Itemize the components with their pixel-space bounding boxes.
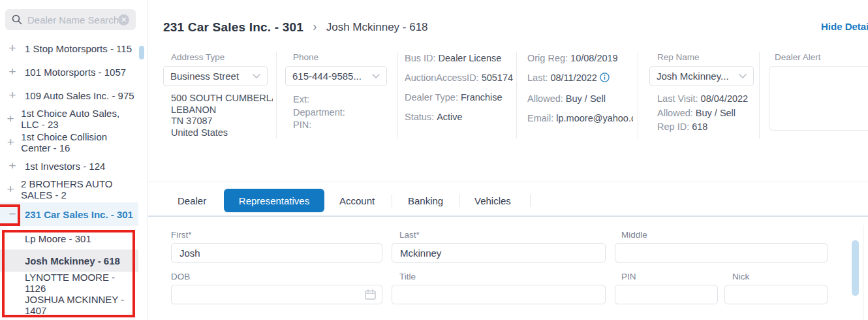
tab-divider xyxy=(530,194,531,207)
first-name-field[interactable] xyxy=(171,243,382,263)
allowed-label: Allowed: xyxy=(527,93,563,104)
dealer-alert-textarea[interactable] xyxy=(769,66,868,131)
tab-vehicles[interactable]: Vehicles xyxy=(474,189,511,212)
form-scrollbar-thumb[interactable] xyxy=(852,240,859,296)
calendar-icon[interactable] xyxy=(365,289,376,300)
rep-allowed-value: Buy / Sell xyxy=(696,108,736,118)
bus-id-value: Dealer License xyxy=(439,53,502,63)
pin-field[interactable] xyxy=(615,285,718,304)
auction-access-value: 505174 xyxy=(482,72,513,83)
breadcrumb-chevron-icon: › xyxy=(313,19,317,34)
registration-column: Orig Reg:10/08/2019 Last:08/11/2022 Allo… xyxy=(527,53,633,133)
dealer-item-label: 101 Motorsports - 1057 xyxy=(25,67,126,78)
sidebar-item-dealer[interactable]: +1 Stop Motorsports - 115 xyxy=(0,37,138,60)
pin-label: PIN xyxy=(621,272,636,281)
dealer-management-app: ✕ +1 Stop Motorsports - 115 +101 Motorsp… xyxy=(0,0,868,320)
allowed-value: Buy / Sell xyxy=(566,93,606,104)
column-divider xyxy=(276,52,277,138)
phone-select[interactable]: 615-444-9585... xyxy=(285,66,387,86)
expand-plus-icon[interactable]: + xyxy=(0,112,21,126)
last-reg-label: Last: xyxy=(527,72,548,83)
chevron-down-icon xyxy=(372,74,380,79)
rep-item-label: Lp Moore - 301 xyxy=(25,233,91,244)
dealer-search-input[interactable] xyxy=(27,14,118,25)
sidebar-rep-item-selected[interactable]: Josh Mckinney - 618 xyxy=(0,249,138,272)
dealer-type-value: Franchise xyxy=(461,92,503,103)
tab-representatives[interactable]: Representatives xyxy=(224,189,324,212)
hide-details-link[interactable]: Hide Details xyxy=(821,21,868,32)
last-reg-value: 08/11/2022 xyxy=(550,72,597,83)
phone-pin-label: PIN: xyxy=(293,119,394,132)
nick-label: Nick xyxy=(732,272,749,281)
dealer-item-label: 1st Investors - 124 xyxy=(25,161,105,172)
tab-dealer[interactable]: Dealer xyxy=(178,189,206,212)
email-value: lp.moore@yahoo.cc xyxy=(556,113,633,123)
expand-plus-icon[interactable]: + xyxy=(0,135,21,150)
expand-plus-icon[interactable]: + xyxy=(0,159,25,173)
phone-label: Phone xyxy=(293,52,394,62)
last-name-field[interactable] xyxy=(392,243,606,263)
sidebar-item-dealer[interactable]: +1st Choice Auto Sales, LLC - 23 xyxy=(0,107,138,131)
business-column: Bus ID:Dealer License AuctionAccessID:50… xyxy=(405,53,512,131)
title-label: Title xyxy=(399,272,416,281)
nick-field[interactable] xyxy=(724,285,828,304)
clear-search-icon[interactable]: ✕ xyxy=(118,14,129,25)
phone-column: Phone 615-444-9585... Ext: Department: P… xyxy=(285,52,394,132)
rep-item-label: LYNOTTE MOORE - 1126 xyxy=(25,272,138,294)
sidebar-scrollbar-thumb[interactable] xyxy=(139,46,144,59)
search-icon xyxy=(12,14,22,25)
address-column: Address Type Business Street 500 SOUTH C… xyxy=(163,52,273,138)
dob-field[interactable] xyxy=(171,285,382,304)
sidebar-rep-item[interactable]: Lp Moore - 301 xyxy=(0,227,138,249)
rep-column: Rep Name Josh Mckinney... Last Visit:08/… xyxy=(649,52,755,135)
address-type-select[interactable]: Business Street xyxy=(163,66,268,86)
last-visit-value: 08/04/2022 xyxy=(701,93,749,104)
address-line: TN 37087 xyxy=(171,116,273,127)
dealer-search-box[interactable]: ✕ xyxy=(5,9,136,30)
middle-name-label: Middle xyxy=(621,230,647,240)
sidebar-item-dealer[interactable]: +1st Investors - 124 xyxy=(0,154,138,178)
tab-banking[interactable]: Banking xyxy=(408,189,443,212)
rep-name-select[interactable]: Josh Mckinney... xyxy=(649,66,754,86)
sidebar-rep-item[interactable]: JOSHUA MCKINNEY - 1407 xyxy=(0,294,138,316)
sidebar-item-dealer-expanded[interactable]: −231 Car Sales Inc. - 301 xyxy=(0,202,138,226)
middle-name-field[interactable] xyxy=(615,243,828,263)
expand-plus-icon[interactable]: + xyxy=(0,65,25,79)
address-line: United States xyxy=(171,127,273,139)
breadcrumb: 231 Car Sales Inc. - 301 › Josh Mckinney… xyxy=(163,19,428,35)
auction-access-label: AuctionAccessID: xyxy=(405,72,479,83)
sidebar-item-dealer[interactable]: +1st Choice Collision Center - 16 xyxy=(0,131,138,154)
address-type-label: Address Type xyxy=(171,52,273,62)
expand-plus-icon[interactable]: + xyxy=(0,182,21,197)
collapse-minus-icon[interactable]: − xyxy=(0,207,25,221)
dealer-item-label: 1st Choice Auto Sales, LLC - 23 xyxy=(21,108,138,130)
expand-plus-icon[interactable]: + xyxy=(0,88,25,103)
last-name-label: Last* xyxy=(399,230,420,240)
breadcrumb-rep[interactable]: Josh Mckinney - 618 xyxy=(326,21,428,34)
first-name-label: First* xyxy=(171,230,192,240)
sidebar-item-dealer[interactable]: +101 Motorsports - 1057 xyxy=(0,60,138,84)
tab-account[interactable]: Account xyxy=(339,189,375,212)
tab-divider xyxy=(392,194,392,207)
breadcrumb-dealer[interactable]: 231 Car Sales Inc. - 301 xyxy=(163,20,303,35)
form-scrollbar-track[interactable] xyxy=(863,225,863,320)
title-field[interactable] xyxy=(392,285,606,304)
sidebar-rep-item[interactable]: LYNOTTE MOORE - 1126 xyxy=(0,272,138,294)
column-divider xyxy=(516,52,517,138)
sidebar-item-dealer[interactable]: +109 Auto Sales Inc. - 975 xyxy=(0,84,138,107)
column-divider xyxy=(759,52,760,138)
rep-name-label: Rep Name xyxy=(657,52,755,62)
dob-field-wrap xyxy=(171,285,382,304)
sidebar-item-dealer[interactable]: +2 BROTHERS AUTO SALES - 2 xyxy=(0,178,138,201)
address-block: 500 SOUTH CUMBERLA LEBANON TN 37087 Unit… xyxy=(171,93,273,138)
rep-allowed-label: Allowed: xyxy=(657,108,693,118)
status-value: Active xyxy=(437,112,463,122)
rep-name-value: Josh Mckinney... xyxy=(657,71,729,82)
phone-department-label: Department: xyxy=(293,106,394,120)
phone-value: 615-444-9585... xyxy=(292,71,362,82)
email-label: Email: xyxy=(527,113,553,123)
chevron-down-icon xyxy=(739,74,747,79)
expand-plus-icon[interactable]: + xyxy=(0,41,25,56)
address-type-value: Business Street xyxy=(170,71,239,82)
info-icon[interactable] xyxy=(600,72,610,82)
